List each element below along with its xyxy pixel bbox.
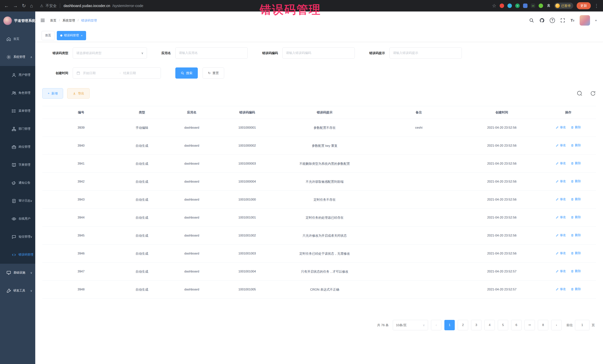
hamburger-icon[interactable] [40, 18, 45, 23]
edit-link[interactable]: 修改 [556, 215, 566, 219]
edit-link[interactable]: 修改 [556, 125, 566, 129]
address-bar[interactable]: ⚠ 不安全 dashboard.yudao.iocoder.cn/system/… [40, 3, 143, 8]
page-button-6[interactable]: 6 [511, 320, 522, 330]
avatar-caret-icon[interactable]: ▾ [595, 19, 597, 22]
cell-remark [374, 281, 463, 298]
tag-error-codes[interactable]: 错误码管理 × [57, 31, 86, 40]
goto-page-input[interactable] [575, 320, 590, 330]
sidebar-item-sms[interactable]: 短信管理 ∨ [0, 228, 35, 246]
star-icon[interactable]: ☆ [492, 3, 496, 8]
sidebar-item-infrastructure[interactable]: 基础设施 ∨ [0, 264, 35, 282]
help-icon[interactable]: ? [550, 18, 555, 23]
breadcrumb-system[interactable]: 系统管理 [62, 18, 75, 22]
sidebar-item-announcements[interactable]: 通知公告 [0, 174, 35, 192]
cell-app: dashboard [164, 191, 219, 209]
sidebar-item-posts[interactable]: 岗位管理 [0, 138, 35, 156]
page-button-1[interactable]: 1 [444, 320, 455, 330]
extension-icon[interactable] [500, 3, 504, 8]
extension-icon[interactable] [508, 3, 512, 8]
cell-message: 只有开启状态的任务，才可以修改 [275, 263, 374, 281]
clipboard-icon [12, 199, 16, 203]
list-icon [12, 109, 16, 113]
date-range-picker[interactable]: 开始日期 - 结束日期 [73, 67, 161, 78]
sidebar-item-departments[interactable]: 部门管理 [0, 120, 35, 138]
more-pages-button[interactable]: ••• [524, 320, 535, 330]
security-label[interactable]: 不安全 [46, 3, 57, 8]
error-message-input[interactable] [393, 51, 458, 55]
export-button[interactable]: 导出 [67, 88, 90, 99]
profile-chip[interactable]: 已暂停 [554, 3, 573, 9]
tag-home[interactable]: 首页 [42, 31, 55, 40]
github-icon[interactable] [539, 18, 545, 23]
font-size-icon[interactable]: TT [570, 18, 574, 22]
delete-link[interactable]: 删除 [571, 197, 581, 201]
page-button-2[interactable]: 2 [458, 320, 468, 330]
sidebar-item-online-users[interactable]: 在线用户 [0, 210, 35, 228]
delete-link[interactable]: 删除 [571, 251, 581, 255]
url-host[interactable]: dashboard.yudao.iocoder.cn [63, 4, 110, 8]
home-icon[interactable]: ⌂ [30, 3, 33, 8]
page-size-select[interactable]: 10条/页 ∨ [393, 320, 428, 330]
sidebar-item-menus[interactable]: 菜单管理 [0, 102, 35, 120]
page-button-5[interactable]: 5 [498, 320, 508, 330]
app-name-input[interactable] [179, 51, 244, 55]
kebab-menu-icon[interactable]: ⋮ [594, 3, 599, 8]
delete-link[interactable]: 删除 [571, 269, 581, 273]
delete-link[interactable]: 删除 [571, 125, 581, 129]
user-avatar[interactable] [580, 15, 590, 26]
sidebar-item-error-codes[interactable]: 错误码管理 [0, 246, 35, 264]
add-button[interactable]: + 新增 [42, 88, 63, 99]
fullscreen-icon[interactable] [560, 18, 565, 23]
toggle-search-icon[interactable] [577, 90, 583, 96]
extension-icon[interactable]: V [515, 3, 520, 8]
error-type-select[interactable]: 请选择错误码类型 ∨ [73, 47, 147, 59]
edit-link[interactable]: 修改 [556, 179, 566, 183]
next-page-button[interactable]: › [551, 320, 562, 330]
browser-update-button[interactable]: 更新 [577, 2, 591, 9]
delete-link[interactable]: 删除 [571, 179, 581, 183]
sidebar-item-system[interactable]: 系统管理 ∧ [0, 48, 35, 66]
edit-link[interactable]: 修改 [556, 287, 566, 291]
edit-link[interactable]: 修改 [556, 269, 566, 273]
page-button-3[interactable]: 3 [471, 320, 481, 330]
breadcrumb-home[interactable]: 首页 [50, 18, 56, 22]
edit-link[interactable]: 修改 [556, 233, 566, 237]
sidebar-item-users[interactable]: 用户管理 [0, 66, 35, 84]
page-button-4[interactable]: 4 [485, 320, 495, 330]
sidebar-item-dev-tools[interactable]: 研发工具 ∨ [0, 282, 35, 300]
delete-link[interactable]: 删除 [571, 161, 581, 165]
reset-button[interactable]: ↻ 重置 [203, 67, 224, 78]
extension-icon[interactable]: on [531, 3, 535, 8]
refresh-icon[interactable] [590, 90, 596, 96]
search-icon[interactable] [529, 18, 534, 23]
url-path[interactable]: /system/error-code [112, 4, 143, 8]
column-header: 错误码提示 [275, 106, 374, 119]
edit-link[interactable]: 修改 [556, 197, 566, 201]
table-header-row: 编号 类型 应用名 错误码编码 错误码提示 备注 创建时间 操作 [42, 106, 596, 119]
edit-link[interactable]: 修改 [556, 143, 566, 147]
chevron-down-icon: ∨ [30, 289, 32, 292]
prev-page-button[interactable]: ‹ [431, 320, 441, 330]
search-button[interactable]: 搜索 [175, 67, 198, 78]
delete-link[interactable]: 删除 [571, 143, 581, 147]
extension-icon[interactable] [523, 3, 527, 8]
sidebar-item-audit-log[interactable]: 审计日志 ∨ [0, 192, 35, 210]
edit-link[interactable]: 修改 [556, 161, 566, 165]
cell-id: 3948 [42, 281, 120, 298]
close-icon[interactable]: × [81, 34, 82, 37]
delete-link[interactable]: 删除 [571, 233, 581, 237]
delete-link[interactable]: 删除 [571, 215, 581, 219]
error-code-input[interactable] [286, 51, 351, 55]
sidebar-item-roles[interactable]: 角色管理 [0, 84, 35, 102]
forward-icon[interactable]: → [13, 3, 18, 8]
back-icon[interactable]: ← [4, 3, 9, 8]
edit-link[interactable]: 修改 [556, 251, 566, 255]
page-button-8[interactable]: 8 [538, 320, 548, 330]
sidebar-item-home[interactable]: 首页 [0, 30, 35, 48]
app-logo[interactable]: 芋道管理系统 [0, 11, 35, 30]
extensions-puzzle-icon[interactable] [546, 3, 551, 8]
delete-link[interactable]: 删除 [571, 287, 581, 291]
sidebar-item-dictionary[interactable]: 字典管理 [0, 156, 35, 174]
reload-icon[interactable]: ↻ [22, 3, 26, 8]
extension-icon[interactable] [539, 3, 543, 8]
